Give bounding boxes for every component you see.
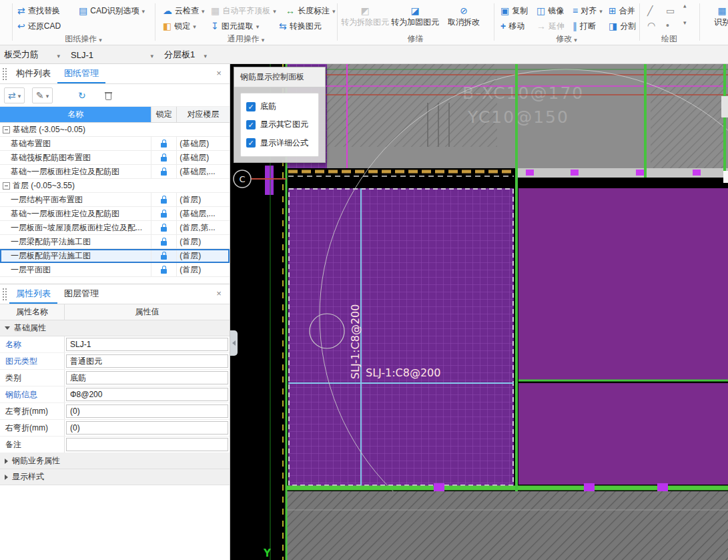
prop-group-rebar-business[interactable]: 钢筋业务属性 bbox=[0, 453, 230, 469]
table-row[interactable]: 基础布置图 (基础层) bbox=[0, 137, 230, 151]
column-header-floor[interactable]: 对应楼层 bbox=[177, 107, 230, 123]
break-button[interactable]: 打断 bbox=[573, 19, 596, 33]
cancel-demolition-button[interactable]: 取消拆改 bbox=[442, 2, 485, 31]
draw-arc-button[interactable] bbox=[647, 19, 655, 32]
lock-icon[interactable] bbox=[161, 213, 167, 218]
tree-collapse-icon[interactable] bbox=[3, 182, 10, 190]
group-label-general-ops[interactable]: 通用操作 bbox=[155, 33, 337, 45]
prop-group-basic[interactable]: 基础属性 bbox=[0, 320, 230, 336]
prop-value-input[interactable]: 普通图元 bbox=[66, 354, 228, 368]
auto-align-top-plate-button[interactable]: 自动平齐顶板 bbox=[211, 4, 276, 17]
table-row[interactable]: 基础~一层板面柱定位及配筋图 (基础层,... bbox=[0, 165, 230, 179]
extend-button[interactable]: 延伸 bbox=[536, 19, 565, 33]
lock-icon[interactable] bbox=[161, 241, 167, 246]
length-annotation-icon bbox=[286, 6, 295, 15]
table-row-group[interactable]: 基础层 (-3.05~-0.05) bbox=[0, 123, 230, 137]
table-row[interactable]: 基础筏板配筋图布置图 (基础层) bbox=[0, 151, 230, 165]
dropdown-caret-icon bbox=[574, 35, 577, 44]
selected-slab-rebar-region[interactable] bbox=[288, 188, 514, 486]
lock-icon[interactable] bbox=[161, 227, 167, 232]
draw-rect-button[interactable] bbox=[666, 4, 675, 17]
close-icon[interactable]: × bbox=[214, 68, 224, 79]
cad-recognition-options-button[interactable]: CAD识别选项 bbox=[79, 4, 145, 17]
checkbox-checked-icon[interactable] bbox=[246, 102, 256, 111]
to-reinforcement-element-button[interactable]: 转为加固图元 bbox=[390, 2, 440, 31]
drawings-table: 名称 锁定 对应楼层 基础层 (-3.05~-0.05) 基础布置图 (基础层)… bbox=[0, 107, 230, 284]
restore-cad-button[interactable]: 还原CAD bbox=[17, 19, 61, 33]
layer-combo[interactable]: 分层板1 bbox=[160, 47, 211, 62]
prop-group-display-style[interactable]: 显示样式 bbox=[0, 469, 230, 485]
group-label-modify[interactable]: 修改 bbox=[494, 33, 639, 45]
prop-value-input[interactable] bbox=[66, 438, 228, 451]
delete-drawing-button[interactable] bbox=[101, 87, 115, 103]
switch-drawing-button[interactable] bbox=[4, 87, 25, 103]
element-combo[interactable]: SLJ-1 bbox=[67, 47, 157, 62]
prop-value-input[interactable]: Φ8@200 bbox=[66, 388, 228, 401]
group-label-drawing-ops[interactable]: 图纸操作 bbox=[12, 33, 155, 45]
find-replace-button[interactable]: 查找替换 bbox=[17, 4, 60, 17]
mirror-button[interactable]: 镜像 bbox=[536, 4, 564, 17]
column-header-lock[interactable]: 锁定 bbox=[151, 107, 177, 123]
table-row[interactable]: 一层平面图 (首层) bbox=[0, 263, 230, 277]
tab-property-list[interactable]: 属性列表 bbox=[9, 284, 57, 304]
align-button[interactable]: 对齐 bbox=[573, 4, 603, 17]
draw-point-button[interactable] bbox=[666, 19, 669, 32]
dropdown-caret-icon bbox=[99, 35, 102, 44]
prop-value-input[interactable]: 底筋 bbox=[66, 371, 228, 384]
adjacent-slab-region[interactable] bbox=[518, 188, 728, 380]
tab-layer-management[interactable]: 图层管理 bbox=[57, 284, 105, 304]
checkbox-checked-icon[interactable] bbox=[246, 138, 256, 148]
tab-component-list[interactable]: 构件列表 bbox=[9, 64, 57, 83]
dropdown-caret-icon bbox=[262, 35, 265, 44]
table-row[interactable]: 一层板面~坡屋顶层板面柱定位及配... (首层,第... bbox=[0, 221, 230, 235]
prop-value-input[interactable]: (0) bbox=[66, 421, 228, 435]
recognize-button[interactable]: 识别 bbox=[702, 2, 728, 31]
lock-button[interactable]: 锁定 bbox=[163, 19, 196, 33]
lock-icon[interactable] bbox=[161, 171, 167, 176]
split-button[interactable]: 分割 bbox=[609, 19, 636, 33]
table-row[interactable]: 一层结构平面布置图 (首层) bbox=[0, 193, 230, 207]
tab-drawing-management[interactable]: 图纸管理 bbox=[57, 64, 105, 83]
drag-handle-icon[interactable] bbox=[2, 288, 7, 301]
merge-button[interactable]: 合并 bbox=[609, 4, 635, 17]
sync-drawing-button[interactable] bbox=[75, 87, 89, 103]
checkbox-row-show-other-elements: 显示其它图元 bbox=[246, 119, 313, 130]
tree-collapse-icon[interactable] bbox=[3, 126, 10, 133]
table-row-group[interactable]: 首层 (-0.05~3.55) bbox=[0, 179, 230, 193]
draw-tools-spinner[interactable] bbox=[683, 3, 687, 16]
to-demolition-element-button[interactable]: 转为拆除图元 bbox=[340, 2, 390, 31]
element-extract-button[interactable]: 图元提取 bbox=[211, 19, 259, 33]
checkbox-checked-icon[interactable] bbox=[246, 120, 256, 129]
lock-icon[interactable] bbox=[161, 269, 167, 274]
table-row[interactable]: 基础~一层板面柱定位及配筋图 (基础层,... bbox=[0, 207, 230, 221]
move-button[interactable]: 移动 bbox=[500, 19, 524, 33]
column-header-name[interactable]: 名称 bbox=[0, 107, 151, 123]
cloud-check-button[interactable]: 云检查 bbox=[163, 4, 205, 17]
prop-value-input[interactable]: (0) bbox=[66, 404, 228, 418]
table-row-selected[interactable]: 一层板配筋平法施工图 (首层) bbox=[0, 249, 230, 263]
rebar-label-vertical: SLJ-1:C8@200 bbox=[349, 304, 362, 379]
lock-icon[interactable] bbox=[161, 143, 167, 148]
axis-label-y: Y bbox=[263, 547, 272, 559]
element-selector-bar: 板受力筋 SLJ-1 分层板1 bbox=[0, 45, 728, 64]
dropdown-caret-icon bbox=[256, 21, 260, 31]
merge-icon bbox=[609, 6, 617, 15]
prop-row-category: 类别 底筋 bbox=[0, 370, 230, 386]
edit-drawing-button[interactable] bbox=[32, 87, 53, 103]
table-row[interactable]: 一层梁配筋平法施工图 (首层) bbox=[0, 235, 230, 249]
copy-button[interactable]: 复制 bbox=[500, 4, 528, 17]
rebar-panel-titlebar[interactable]: 钢筋显示控制面板 bbox=[234, 67, 325, 87]
properties-table-header: 属性名称 属性值 bbox=[0, 304, 230, 320]
length-annotation-button[interactable]: 长度标注 bbox=[286, 4, 336, 17]
lock-icon[interactable] bbox=[161, 157, 167, 162]
convert-element-button[interactable]: 转换图元 bbox=[279, 19, 322, 33]
draw-line-button[interactable] bbox=[647, 4, 653, 17]
lock-icon[interactable] bbox=[161, 255, 167, 260]
category-combo[interactable]: 板受力筋 bbox=[0, 47, 64, 62]
prop-value-input[interactable]: SLJ-1 bbox=[66, 338, 228, 351]
lock-icon[interactable] bbox=[161, 199, 167, 204]
close-icon[interactable]: × bbox=[214, 288, 224, 299]
panel-collapse-handle[interactable] bbox=[230, 330, 238, 356]
drag-handle-icon[interactable] bbox=[2, 67, 7, 81]
adjacent-slab-region-2[interactable] bbox=[518, 383, 728, 485]
